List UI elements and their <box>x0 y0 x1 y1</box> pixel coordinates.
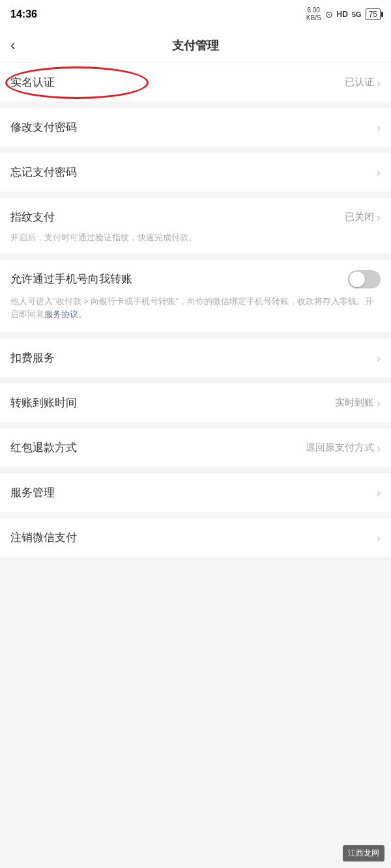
service-manage-right: › <box>377 487 381 499</box>
forgot-password-label: 忘记支付密码 <box>10 165 77 180</box>
fingerprint-label: 指纹支付 <box>10 210 55 225</box>
transfer-header: 允许通过手机号向我转账 <box>10 270 381 288</box>
transfer-time-right: 实时到账 › <box>335 397 381 409</box>
status-bar: 14:36 6.00KB/S ⊙ HD 5G 75 <box>0 0 391 29</box>
transfer-time-chevron: › <box>377 397 381 409</box>
change-password-section: 修改支付密码 › <box>0 108 391 147</box>
transfer-toggle[interactable] <box>348 270 381 288</box>
realname-value: 已认证 <box>345 76 374 89</box>
deduction-right: › <box>377 352 381 364</box>
change-password-row[interactable]: 修改支付密码 › <box>0 108 391 147</box>
realname-label: 实名认证 <box>10 75 55 90</box>
realname-row[interactable]: 实名认证 已认证 › <box>0 63 391 102</box>
deduction-chevron: › <box>377 352 381 364</box>
fingerprint-value: 已关闭 <box>345 211 374 223</box>
transfer-time-value: 实时到账 <box>335 397 374 409</box>
service-manage-label: 服务管理 <box>10 485 55 500</box>
cellular-label: 5G <box>352 10 362 18</box>
deduction-row[interactable]: 扣费服务 › <box>0 339 391 377</box>
transfer-time-section: 转账到账时间 实时到账 › <box>0 384 391 422</box>
red-packet-chevron: › <box>377 442 381 454</box>
cancel-pay-right: › <box>377 532 381 544</box>
change-password-right: › <box>377 122 381 133</box>
forgot-password-chevron: › <box>377 167 381 178</box>
cancel-pay-label: 注销微信支付 <box>10 530 77 545</box>
page-header: ‹ 支付管理 <box>0 29 391 63</box>
deduction-section: 扣费服务 › <box>0 339 391 377</box>
status-time: 14:36 <box>10 8 37 20</box>
red-packet-label: 红包退款方式 <box>10 440 77 455</box>
cancel-pay-section: 注销微信支付 › <box>0 518 391 557</box>
forgot-password-section: 忘记支付密码 › <box>0 153 391 191</box>
realname-section: 实名认证 已认证 › <box>0 63 391 102</box>
transfer-desc-end: 。 <box>78 309 87 319</box>
forgot-password-row[interactable]: 忘记支付密码 › <box>0 153 391 191</box>
back-button[interactable]: ‹ <box>10 37 15 54</box>
service-manage-row[interactable]: 服务管理 › <box>0 473 391 512</box>
transfer-section: 允许通过手机号向我转账 他人可进入"收付款 > 向银行卡或手机号转账"，向你的微… <box>0 260 391 333</box>
fingerprint-row[interactable]: 指纹支付 已关闭 › <box>0 198 391 231</box>
status-icons: 6.00KB/S ⊙ HD 5G 75 <box>306 7 381 22</box>
fingerprint-section: 指纹支付 已关闭 › 开启后，支付时可通过验证指纹，快速完成付款。 <box>0 198 391 253</box>
network-speed: 6.00KB/S <box>306 7 321 22</box>
red-packet-row[interactable]: 红包退款方式 退回原支付方式 › <box>0 428 391 467</box>
cancel-pay-row[interactable]: 注销微信支付 › <box>0 518 391 557</box>
page-title: 支付管理 <box>172 38 219 53</box>
fingerprint-right: 已关闭 › <box>345 211 381 223</box>
wifi-icon: ⊙ <box>325 9 333 20</box>
service-manage-section: 服务管理 › <box>0 473 391 512</box>
realname-right: 已认证 › <box>345 76 381 89</box>
deduction-label: 扣费服务 <box>10 350 55 365</box>
change-password-chevron: › <box>377 122 381 133</box>
realname-chevron: › <box>377 77 381 89</box>
fingerprint-desc: 开启后，支付时可通过验证指纹，快速完成付款。 <box>0 231 391 253</box>
cancel-pay-chevron: › <box>377 532 381 544</box>
red-packet-value: 退回原支付方式 <box>306 441 374 454</box>
watermark: 江西龙网 <box>343 845 384 861</box>
hd-label: HD <box>337 10 348 19</box>
service-manage-chevron: › <box>377 487 381 499</box>
change-password-label: 修改支付密码 <box>10 120 77 135</box>
forgot-password-right: › <box>377 167 381 178</box>
transfer-desc: 他人可进入"收付款 > 向银行卡或手机号转账"，向你的微信绑定手机号转账，收款将… <box>10 295 381 322</box>
transfer-time-label: 转账到账时间 <box>10 395 77 410</box>
transfer-service-link[interactable]: 服务协议 <box>44 309 78 319</box>
transfer-label: 允许通过手机号向我转账 <box>10 272 132 287</box>
red-packet-section: 红包退款方式 退回原支付方式 › <box>0 428 391 467</box>
red-packet-right: 退回原支付方式 › <box>306 441 381 454</box>
fingerprint-chevron: › <box>377 212 381 223</box>
transfer-time-row[interactable]: 转账到账时间 实时到账 › <box>0 384 391 422</box>
battery-icon: 75 <box>366 8 381 20</box>
